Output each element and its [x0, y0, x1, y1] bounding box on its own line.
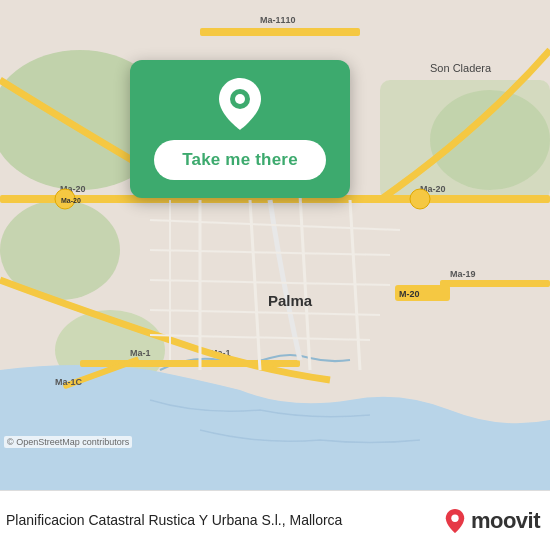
svg-text:Ma-20: Ma-20 — [61, 197, 81, 204]
svg-point-5 — [430, 90, 550, 190]
svg-text:Son Cladera: Son Cladera — [430, 62, 492, 74]
moovit-logo: moovit — [445, 508, 540, 534]
moovit-pin-icon — [445, 509, 465, 533]
map-pin-icon — [216, 80, 264, 128]
svg-rect-13 — [440, 280, 550, 287]
moovit-brand-text: moovit — [471, 508, 540, 534]
location-label: Planificacion Catastral Rustica Y Urbana… — [6, 511, 445, 529]
svg-point-34 — [410, 189, 430, 209]
svg-rect-11 — [370, 195, 550, 203]
svg-point-38 — [235, 94, 245, 104]
svg-rect-6 — [200, 28, 360, 36]
svg-text:Palma: Palma — [268, 292, 313, 309]
map-container: Ma-1110 Ma-20 Ma-20 Ma-19 Ma-1 Ma-1 Ma-1… — [0, 0, 550, 490]
bottom-bar: Planificacion Catastral Rustica Y Urbana… — [0, 490, 550, 550]
take-me-there-button[interactable]: Take me there — [154, 140, 326, 180]
osm-attribution: © OpenStreetMap contributors — [4, 436, 132, 448]
svg-text:Ma-1C: Ma-1C — [55, 377, 83, 387]
svg-text:Ma-1: Ma-1 — [130, 348, 151, 358]
svg-text:Ma-19: Ma-19 — [450, 269, 476, 279]
svg-point-39 — [451, 514, 458, 521]
location-card: Take me there — [130, 60, 350, 198]
svg-text:M-20: M-20 — [399, 289, 420, 299]
svg-text:Ma-1110: Ma-1110 — [260, 15, 296, 25]
